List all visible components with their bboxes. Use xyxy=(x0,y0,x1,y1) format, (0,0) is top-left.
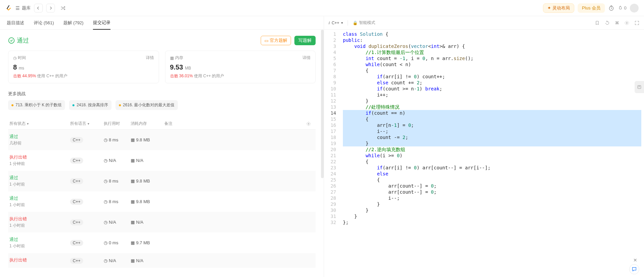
time-value: 8 xyxy=(13,63,17,71)
table-row[interactable]: 通过1 小时前C++◷0 ms▦9.7 MB xyxy=(8,232,316,253)
table-row[interactable]: 执行出错C++◷N/A▦N/A xyxy=(8,253,316,268)
fullscreen-button[interactable] xyxy=(635,21,639,25)
tab-comments[interactable]: 评论 (561) xyxy=(34,17,54,29)
row-memory: 9.8 MB xyxy=(136,137,150,142)
code-line[interactable]: { xyxy=(343,116,641,122)
more-challenges-label: 更多挑战 xyxy=(8,91,316,97)
chat-bubble-button[interactable] xyxy=(629,264,639,274)
clock-icon: ◷ xyxy=(13,56,17,60)
shuffle-button[interactable] xyxy=(60,5,66,11)
code-line[interactable]: else count += 2; xyxy=(343,80,641,86)
code-line[interactable]: { xyxy=(343,67,641,74)
table-row[interactable]: 通过1 小时前C++◷8 ms▦9.8 MB xyxy=(8,171,316,191)
time-detail-link[interactable]: 详情 xyxy=(146,55,154,61)
code-line[interactable]: //1.计算数组最后一个位置 xyxy=(343,49,641,55)
leetcode-logo-icon[interactable] xyxy=(5,5,12,11)
memory-icon: ▦ xyxy=(131,178,135,184)
write-solution-button[interactable]: 写题解 xyxy=(294,36,316,45)
code-line[interactable]: else xyxy=(343,171,641,177)
row-runtime: 8 ms xyxy=(109,137,118,142)
code-line[interactable]: //处理特殊情况 xyxy=(343,104,641,110)
code-line[interactable]: } xyxy=(343,201,641,207)
next-button[interactable] xyxy=(46,4,55,12)
row-runtime: N/A xyxy=(109,158,116,163)
bookmark-button[interactable] xyxy=(595,21,600,25)
table-row[interactable]: 通过几秒前C++◷8 ms▦9.8 MB xyxy=(8,130,316,150)
smart-mode-toggle[interactable]: 🔒 智能模式 xyxy=(353,20,375,26)
code-line[interactable]: while(count < n) xyxy=(343,61,641,67)
prev-button[interactable] xyxy=(34,4,43,12)
topbar-left: ☰ 题库 xyxy=(5,4,66,12)
list-icon: ☰ xyxy=(15,5,20,11)
breadcrumb-label: 题库 xyxy=(22,5,31,11)
code-line[interactable]: arr[count--] = 0; xyxy=(343,189,641,195)
memory-detail-link[interactable]: 详情 xyxy=(302,55,311,61)
timer-icon[interactable] xyxy=(608,5,614,11)
language-selector[interactable]: i C++ ▾ xyxy=(329,21,343,25)
reset-button[interactable] xyxy=(605,21,610,25)
challenge-chip[interactable]: 2616. 最小化数对的最大差值 xyxy=(116,100,178,110)
table-settings-button[interactable] xyxy=(306,121,314,126)
row-time-ago: 1 小时前 xyxy=(9,182,70,187)
code-line[interactable]: int count = -1, i = 0, n = arr.size(); xyxy=(343,55,641,61)
sparkle-icon: ✦ xyxy=(547,5,551,10)
code-line[interactable]: } xyxy=(343,207,641,213)
code-line[interactable]: class Solution { xyxy=(343,31,641,37)
code-line[interactable]: { xyxy=(343,177,641,183)
row-time-ago: 几秒前 xyxy=(9,140,70,146)
code-line[interactable]: i++; xyxy=(343,92,641,98)
code-line[interactable]: arr[n-1] = 0; xyxy=(343,122,641,128)
tab-solutions[interactable]: 题解 (792) xyxy=(63,17,84,29)
row-memory: N/A xyxy=(136,158,143,163)
filter-language[interactable]: 所有语言▾ xyxy=(70,121,104,127)
tab-submissions[interactable]: 提交记录 xyxy=(93,16,110,30)
memory-icon: ▦ xyxy=(131,220,135,225)
code-area[interactable]: class Solution {public: void duplicateZe… xyxy=(340,30,644,277)
code-line[interactable]: } xyxy=(343,98,641,104)
left-body: 通过 ▭ 官方题解 写题解 ◷ xyxy=(0,30,324,277)
lock-icon: 🔒 xyxy=(353,21,358,25)
code-line[interactable]: void duplicateZeros(vector<int>& arr) { xyxy=(343,43,641,49)
code-line[interactable]: if(arr[i] != 0) count++; xyxy=(343,74,641,80)
filter-status[interactable]: 所有状态▾ xyxy=(9,121,70,127)
challenge-chip[interactable]: 713. 乘积小于 K 的子数组 xyxy=(8,100,65,110)
svg-point-2 xyxy=(308,123,309,124)
layout-button[interactable]: ✦ 灵动布局 xyxy=(543,3,574,13)
code-line[interactable]: i--; xyxy=(343,128,641,134)
code-line[interactable]: { xyxy=(343,159,641,165)
code-line[interactable]: public: xyxy=(343,37,641,43)
code-line[interactable]: i--; xyxy=(343,195,641,201)
plus-member-button[interactable]: Plus 会员 xyxy=(578,3,605,13)
settings-button[interactable] xyxy=(624,21,629,25)
top-bar: ☰ 题库 ✦ 灵动布局 Plus 会员 0 xyxy=(0,0,644,16)
memory-card-title: ▦ 内存 xyxy=(170,55,183,61)
code-line[interactable]: count -= 2; xyxy=(343,134,641,140)
shortcuts-button[interactable]: ⌘ xyxy=(615,21,619,25)
row-memory: N/A xyxy=(136,258,143,263)
left-tabs: 题目描述 评论 (561) 题解 (792) 提交记录 xyxy=(0,16,324,30)
avatar[interactable] xyxy=(630,4,639,12)
code-line[interactable]: } xyxy=(343,140,641,146)
table-row[interactable]: 通过1 小时前C++◷8 ms▦9.8 MB xyxy=(8,191,316,212)
breadcrumb[interactable]: ☰ 题库 xyxy=(15,5,31,11)
official-solution-button[interactable]: ▭ 官方题解 xyxy=(261,36,291,45)
code-line[interactable]: //2.逆向填充数组 xyxy=(343,146,641,153)
code-line[interactable]: if(count == n) xyxy=(343,110,641,116)
challenge-chip[interactable]: 2418. 按身高排序 xyxy=(69,100,111,110)
code-editor[interactable]: 1234567891011121314151617181920212223242… xyxy=(324,30,644,277)
code-line[interactable]: }; xyxy=(343,219,641,225)
code-line[interactable]: } xyxy=(343,213,641,219)
code-line[interactable]: if(count >= n-1) break; xyxy=(343,86,641,92)
tab-description[interactable]: 题目描述 xyxy=(7,17,24,29)
table-row[interactable]: 执行出错1 小时前C++◷N/A▦N/A xyxy=(8,212,316,232)
row-language: C++ xyxy=(70,158,83,164)
table-row[interactable]: 执行出错1 分钟前C++◷N/A▦N/A xyxy=(8,150,316,171)
code-line[interactable]: while(i >= 0) xyxy=(343,153,641,159)
chat-close-button[interactable]: ✕ xyxy=(633,257,637,263)
svg-point-1 xyxy=(9,38,14,44)
right-drawer-tab[interactable] xyxy=(635,81,644,93)
code-line[interactable]: arr[count--] = 0; xyxy=(343,183,641,189)
scrollbar-thumb[interactable] xyxy=(321,30,324,178)
code-line[interactable]: if(arr[i] != 0) arr[count--] = arr[i--]; xyxy=(343,165,641,171)
streak-counter[interactable]: 0 xyxy=(618,5,626,11)
